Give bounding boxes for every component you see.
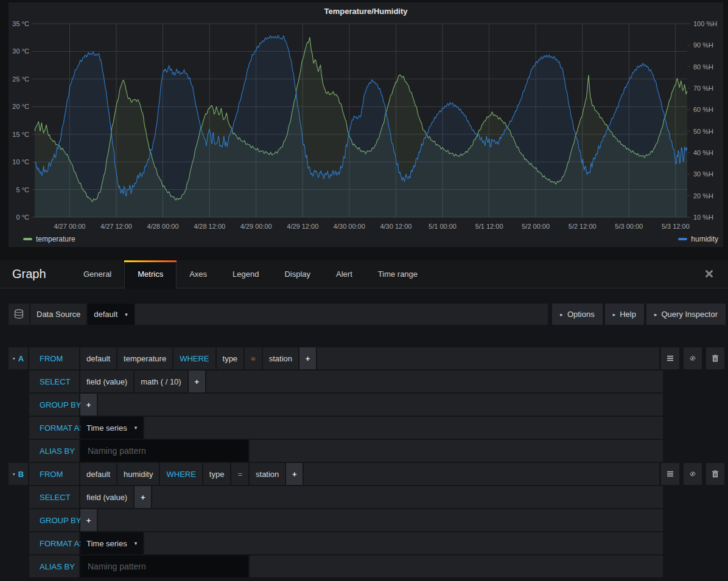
query-a-add-condition-button[interactable]: + [299, 347, 316, 369]
query-b-from-measurement[interactable]: humidity [117, 463, 159, 485]
database-icon [9, 304, 29, 325]
legend-item-temperature[interactable]: temperature [23, 235, 75, 243]
query-letter: A [18, 354, 24, 363]
timeseries-chart[interactable]: 35 °C30 °C25 °C20 °C15 °C10 °C5 °C0 °C10… [9, 2, 723, 237]
svg-text:5/2 00:00: 5/2 00:00 [522, 223, 550, 230]
query-a-select-field[interactable]: field (value) [80, 371, 133, 392]
svg-text:30 %H: 30 %H [693, 170, 713, 178]
query-b-collapse-toggle[interactable]: ▾ B [9, 463, 28, 485]
from-keyword: FROM [29, 463, 79, 485]
legend: temperature humidity [23, 234, 718, 245]
query-b-format-row: FORMAT AS Time series ▾ [29, 532, 726, 554]
tab-alert[interactable]: Alert [323, 260, 365, 288]
svg-text:4/27 00:00: 4/27 00:00 [54, 223, 85, 230]
query-a-alias-input[interactable] [80, 440, 248, 462]
select-keyword: SELECT [29, 486, 79, 508]
select-keyword: SELECT [29, 371, 79, 392]
help-button[interactable]: ▸ Help [605, 304, 644, 325]
svg-text:4/28 00:00: 4/28 00:00 [147, 223, 179, 230]
svg-text:35 °C: 35 °C [12, 20, 29, 27]
svg-text:5/2 12:00: 5/2 12:00 [569, 223, 597, 230]
query-a-from-measurement[interactable]: temperature [117, 347, 172, 369]
legend-label-temperature[interactable]: temperature [36, 235, 75, 243]
close-editor-icon[interactable] [705, 270, 713, 278]
query-b-add-condition-button[interactable]: + [286, 463, 303, 485]
query-b-add-groupby-button[interactable]: + [80, 509, 97, 531]
legend-swatch-temperature[interactable] [23, 238, 32, 240]
tab-general[interactable]: General [71, 260, 124, 288]
query-b-where-operator[interactable]: = [231, 463, 248, 485]
tab-axes[interactable]: Axes [177, 260, 220, 288]
row-filler [250, 440, 663, 462]
query-a-collapse-toggle[interactable]: ▾ A [9, 347, 28, 369]
svg-text:5/1 00:00: 5/1 00:00 [429, 223, 457, 230]
where-keyword: WHERE [173, 347, 215, 369]
caret-right-icon: ▸ [654, 311, 657, 318]
svg-text:4/28 12:00: 4/28 12:00 [194, 223, 225, 230]
query-b-toggle-visibility-button[interactable] [684, 463, 702, 485]
query-b-add-select-button[interactable]: + [135, 486, 151, 508]
row-filler [250, 555, 663, 577]
panel-title[interactable]: Temperature/Humidity [9, 7, 723, 16]
query-a-add-select-button[interactable]: + [189, 371, 205, 392]
query-a-where-operator[interactable]: = [245, 347, 262, 369]
query-inspector-button[interactable]: ▸ Query Inspector [646, 304, 726, 325]
query-b-where-value[interactable]: station [250, 463, 285, 485]
tab-legend[interactable]: Legend [220, 260, 271, 288]
query-a-where-value[interactable]: station [263, 347, 298, 369]
svg-text:100 %H: 100 %H [693, 20, 717, 27]
tab-time-range[interactable]: Time range [365, 260, 430, 288]
legend-item-humidity[interactable]: humidity [678, 235, 718, 243]
query-a-delete-button[interactable] [706, 347, 724, 369]
tab-metrics[interactable]: Metrics [124, 260, 177, 289]
svg-text:25 °C: 25 °C [12, 75, 29, 83]
svg-text:20 °C: 20 °C [12, 103, 29, 110]
svg-text:10 °C: 10 °C [12, 158, 29, 165]
query-a-from-row: ▾ A FROM default temperature WHERE type … [9, 347, 726, 369]
query-b-delete-button[interactable] [706, 463, 724, 485]
svg-text:50 %H: 50 %H [693, 128, 713, 135]
tabs: General Metrics Axes Legend Display Aler… [71, 260, 430, 288]
caret-right-icon: ▸ [613, 311, 616, 318]
row-filler [304, 463, 659, 485]
groupby-keyword: GROUP BY [29, 394, 79, 416]
from-keyword: FROM [29, 347, 79, 369]
query-b-from-policy[interactable]: default [80, 463, 116, 485]
chevron-down-icon: ▾ [13, 471, 15, 477]
query-a-format-select[interactable]: Time series ▾ [80, 417, 143, 439]
panel-editor-tabbar: Graph General Metrics Axes Legend Displa… [0, 260, 728, 288]
query-a-alias-row: ALIAS BY [29, 440, 726, 462]
options-button[interactable]: ▸ Options [552, 304, 602, 325]
query-b-menu-button[interactable] [661, 463, 679, 485]
svg-text:10 %H: 10 %H [693, 214, 713, 221]
tab-display[interactable]: Display [271, 260, 323, 288]
format-keyword: FORMAT AS [29, 417, 79, 439]
legend-swatch-humidity[interactable] [678, 238, 687, 240]
query-a-toggle-visibility-button[interactable] [684, 347, 702, 369]
alias-keyword: ALIAS BY [29, 440, 79, 462]
datasource-select[interactable]: default ▾ [88, 304, 134, 325]
svg-text:15 °C: 15 °C [12, 131, 29, 138]
query-b-format-select[interactable]: Time series ▾ [80, 532, 143, 554]
row-filler [98, 509, 663, 531]
query-b-select-field[interactable]: field (value) [80, 486, 133, 508]
query-a-where-tag[interactable]: type [217, 347, 244, 369]
svg-text:0 °C: 0 °C [16, 214, 29, 221]
svg-text:60 %H: 60 %H [693, 106, 713, 113]
legend-label-humidity[interactable]: humidity [691, 235, 718, 243]
datasource-value: default [94, 310, 117, 319]
svg-text:4/30 12:00: 4/30 12:00 [380, 223, 411, 230]
query-a-add-groupby-button[interactable]: + [80, 394, 97, 416]
row-filler [152, 486, 663, 508]
query-a-select-math[interactable]: math ( / 10) [135, 371, 187, 392]
where-keyword: WHERE [160, 463, 201, 485]
datasource-filler [135, 304, 548, 325]
query-a-from-policy[interactable]: default [80, 347, 116, 369]
svg-text:5 °C: 5 °C [16, 186, 29, 193]
query-b-where-tag[interactable]: type [203, 463, 231, 485]
query-a-menu-button[interactable] [661, 347, 679, 369]
chevron-down-icon: ▾ [135, 540, 138, 546]
query-b-alias-input[interactable] [80, 555, 248, 577]
row-filler [144, 532, 663, 554]
svg-text:5/3 12:00: 5/3 12:00 [662, 223, 690, 230]
